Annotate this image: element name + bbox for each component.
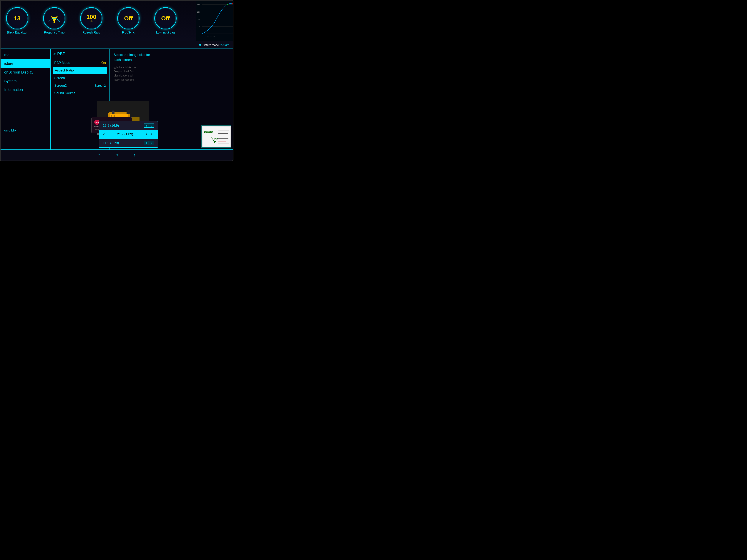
svg-text:50: 50 bbox=[198, 19, 200, 21]
menu-item-screen2[interactable]: Screen2 Screen2 bbox=[53, 82, 107, 89]
sidebar: me icture onScreen Display System Inform… bbox=[1, 49, 51, 150]
sidebar-item-me[interactable]: me bbox=[1, 51, 50, 59]
gauge-value-refresh-rate: 100 bbox=[86, 14, 96, 20]
svg-text:0: 0 bbox=[199, 26, 200, 28]
gauge-label-black-equalizer: Black Equalizer bbox=[7, 31, 27, 34]
dropdown-label-21-9: 21:9 (11:9) bbox=[117, 132, 133, 136]
aspect-ratio-dropdown[interactable]: 16:9 (16:9) 1 2 ✓ 21:9 (11:9) 1 2 bbox=[99, 121, 158, 148]
menu-item-pbp-mode-label: PBP Mode bbox=[54, 61, 70, 65]
sidebar-item-information[interactable]: Information bbox=[1, 85, 50, 94]
btn-group-11-9: 1 2 bbox=[144, 141, 154, 145]
picture-mode-bar: Picture Mode: Custom bbox=[1, 41, 233, 49]
gauge-value-low-input-lag: Off bbox=[161, 16, 170, 21]
btn-11-9-1[interactable]: 1 bbox=[144, 141, 149, 145]
gauge-circle-refresh-rate: 100 Hz bbox=[80, 7, 102, 29]
svg-text:--- objective: --- objective bbox=[203, 36, 215, 38]
gauge-label-refresh-rate: Refresh Rate bbox=[83, 31, 100, 34]
menu-title: > PBP bbox=[53, 52, 107, 56]
nav-confirm-btn[interactable]: ↑ bbox=[131, 152, 138, 159]
thumbnail-box: Boxplot + Dot bbox=[201, 125, 231, 148]
picture-mode-label: Picture Mode: bbox=[203, 43, 220, 47]
gauges-area: 13 Black Equalizer Response Time bbox=[1, 1, 233, 41]
menu-item-aspect-ratio[interactable]: Aspect Ratio bbox=[53, 67, 107, 74]
sidebar-item-system[interactable]: System bbox=[1, 77, 50, 85]
svg-point-10 bbox=[227, 4, 228, 5]
gauge-value-black-equalizer: 13 bbox=[14, 16, 21, 21]
menu-item-sound-source-label: Sound Source bbox=[54, 91, 75, 95]
sidebar-item-picture[interactable]: icture bbox=[1, 59, 50, 68]
sidebar-item-onscreen-display[interactable]: onScreen Display bbox=[1, 68, 50, 77]
svg-text:+: + bbox=[212, 133, 214, 137]
btn-11-9-2[interactable]: 2 bbox=[149, 141, 154, 145]
btn-16-9-1[interactable]: 1 bbox=[144, 124, 149, 128]
svg-text:Boxplot: Boxplot bbox=[204, 130, 213, 133]
dropdown-label-11-9: 11:9 (21:9) bbox=[103, 141, 119, 145]
osd-main: me icture onScreen Display System Inform… bbox=[1, 49, 233, 150]
svg-text:Dot: Dot bbox=[214, 137, 218, 140]
btn-group-16-9: 1 2 bbox=[144, 124, 154, 128]
chart-svg: 150 100 50 0 --- objective bbox=[196, 1, 233, 41]
menu-item-screen1[interactable]: Screen1 bbox=[53, 74, 107, 82]
screen: 13 Black Equalizer Response Time bbox=[1, 1, 233, 161]
gauge-label-low-input-lag: Low Input Lag bbox=[156, 31, 175, 34]
gauge-low-input-lag[interactable]: Off Low Input Lag bbox=[154, 7, 177, 34]
bottom-nav: ↑ ⊟ ↑ bbox=[1, 150, 233, 161]
info-article-date: Today · am read time bbox=[113, 79, 229, 81]
gauge-circle-freesync: Off bbox=[117, 7, 139, 29]
nav-menu-btn[interactable]: ⊟ bbox=[113, 152, 120, 159]
dropdown-item-11-9[interactable]: 11:9 (21:9) 1 2 bbox=[99, 139, 158, 147]
menu-item-screen2-label: Screen2 bbox=[54, 84, 67, 87]
taskbar: ^ 📶 🔊 ♪ ENG 5:10 PM 5/25/2021 💬 5 ⊙ ⊞ bbox=[1, 161, 233, 161]
needle-icon bbox=[47, 14, 62, 23]
gauge-circle-response-time bbox=[43, 7, 66, 29]
menu-item-pbp-mode[interactable]: PBP Mode On bbox=[53, 59, 107, 67]
menu-item-sound-source[interactable]: Sound Source bbox=[53, 89, 107, 97]
gauge-value-freesync: Off bbox=[124, 16, 133, 21]
chart-area: 150 100 50 0 --- objective bbox=[196, 1, 233, 41]
gauge-label-response-time: Response Time bbox=[44, 31, 65, 34]
info-article-title: gghalves: Make Ha Boxplot | Half Dot Vis… bbox=[113, 65, 229, 78]
dropdown-label-16-9: 16:9 (16:9) bbox=[103, 124, 119, 128]
picture-mode-dot bbox=[199, 44, 201, 46]
svg-text:100: 100 bbox=[197, 11, 201, 13]
gauge-circle-black-equalizer: 13 bbox=[6, 7, 28, 29]
music-mix-label: usic Mix bbox=[4, 129, 16, 132]
svg-rect-18 bbox=[112, 111, 114, 114]
dropdown-item-16-9[interactable]: 16:9 (16:9) 1 2 bbox=[99, 121, 158, 130]
menu-item-aspect-ratio-label: Aspect Ratio bbox=[55, 69, 74, 73]
checkmark-21-9: ✓ bbox=[103, 133, 105, 136]
menu-item-pbp-mode-value: On bbox=[101, 61, 106, 65]
picture-mode-value: Custom bbox=[220, 43, 229, 47]
nav-up-btn[interactable]: ↑ bbox=[96, 152, 102, 159]
gauge-refresh-rate[interactable]: 100 Hz Refresh Rate bbox=[80, 7, 102, 34]
screen2-value-label: Screen2 bbox=[95, 84, 106, 87]
svg-text:150: 150 bbox=[197, 4, 201, 6]
dropdown-item-21-9[interactable]: ✓ 21:9 (11:9) 1 2 bbox=[99, 130, 158, 139]
menu-item-screen1-label: Screen1 bbox=[54, 76, 67, 80]
monitor: 13 Black Equalizer Response Time bbox=[0, 0, 233, 161]
gauge-freesync[interactable]: Off FreeSync bbox=[117, 7, 139, 34]
gauge-response-time[interactable]: Response Time bbox=[43, 7, 66, 34]
thumbnail-svg: Boxplot + Dot bbox=[203, 127, 230, 148]
svg-rect-19 bbox=[127, 110, 130, 114]
svg-point-11 bbox=[232, 3, 233, 4]
btn-group-21-9: 1 2 bbox=[144, 132, 154, 136]
menu-title-arrow: > bbox=[53, 52, 56, 56]
btn-21-9-2[interactable]: 2 bbox=[149, 132, 154, 136]
gauge-label-freesync: FreeSync bbox=[122, 31, 135, 34]
thumbnail-content: Boxplot + Dot bbox=[202, 126, 231, 147]
svg-point-0 bbox=[53, 21, 55, 23]
btn-21-9-1[interactable]: 1 bbox=[144, 132, 149, 136]
menu-title-text: PBP bbox=[57, 52, 66, 56]
gauge-black-equalizer[interactable]: 13 Black Equalizer bbox=[6, 7, 28, 34]
info-main-text: Select the image size foreach screen. bbox=[113, 52, 229, 62]
btn-16-9-2[interactable]: 2 bbox=[149, 124, 154, 128]
gauge-unit-refresh-rate: Hz bbox=[90, 20, 93, 23]
gauge-circle-low-input-lag: Off bbox=[154, 7, 177, 29]
